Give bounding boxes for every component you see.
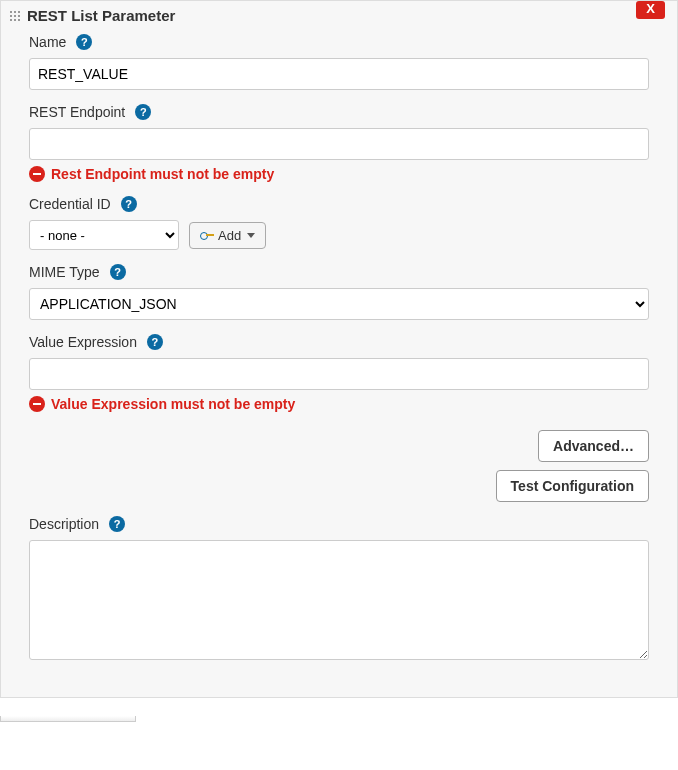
- value-expression-error-text: Value Expression must not be empty: [51, 396, 295, 412]
- credential-id-label: Credential ID: [29, 196, 111, 212]
- help-icon[interactable]: ?: [109, 516, 125, 532]
- help-icon[interactable]: ?: [147, 334, 163, 350]
- mime-type-select[interactable]: APPLICATION_JSON: [29, 288, 649, 320]
- error-icon: [29, 396, 45, 412]
- credential-id-controls: - none - Add: [29, 220, 649, 250]
- description-label-row: Description ?: [29, 516, 649, 532]
- value-expression-label: Value Expression: [29, 334, 137, 350]
- name-input[interactable]: [29, 58, 649, 90]
- advanced-button[interactable]: Advanced…: [538, 430, 649, 462]
- panel-content: Name ? REST Endpoint ? Rest Endpoint mus…: [1, 34, 677, 663]
- credential-id-field: Credential ID ? - none - Add: [29, 196, 649, 250]
- credential-id-label-row: Credential ID ?: [29, 196, 649, 212]
- description-label: Description: [29, 516, 99, 532]
- rest-endpoint-input[interactable]: [29, 128, 649, 160]
- help-icon[interactable]: ?: [76, 34, 92, 50]
- value-expression-field: Value Expression ? Value Expression must…: [29, 334, 649, 412]
- help-icon[interactable]: ?: [110, 264, 126, 280]
- panel-header: REST List Parameter: [1, 1, 677, 34]
- description-textarea[interactable]: [29, 540, 649, 660]
- key-icon: [200, 231, 214, 239]
- mime-type-label: MIME Type: [29, 264, 100, 280]
- test-configuration-button[interactable]: Test Configuration: [496, 470, 649, 502]
- add-credential-label: Add: [218, 228, 241, 243]
- value-expression-input[interactable]: [29, 358, 649, 390]
- collapsed-section-tab[interactable]: [0, 716, 136, 722]
- panel-title: REST List Parameter: [27, 7, 175, 24]
- rest-endpoint-label: REST Endpoint: [29, 104, 125, 120]
- drag-handle-icon[interactable]: [9, 10, 21, 22]
- help-icon[interactable]: ?: [121, 196, 137, 212]
- rest-endpoint-field: REST Endpoint ? Rest Endpoint must not b…: [29, 104, 649, 182]
- name-label-row: Name ?: [29, 34, 649, 50]
- name-field: Name ?: [29, 34, 649, 90]
- close-button[interactable]: X: [636, 1, 665, 19]
- error-icon: [29, 166, 45, 182]
- mime-type-label-row: MIME Type ?: [29, 264, 649, 280]
- rest-endpoint-label-row: REST Endpoint ?: [29, 104, 649, 120]
- rest-list-parameter-panel: X REST List Parameter Name ? REST Endpoi…: [0, 0, 678, 698]
- add-credential-button[interactable]: Add: [189, 222, 266, 249]
- action-buttons: Advanced… Test Configuration: [29, 430, 649, 502]
- mime-type-field: MIME Type ? APPLICATION_JSON: [29, 264, 649, 320]
- chevron-down-icon: [247, 233, 255, 238]
- name-label: Name: [29, 34, 66, 50]
- credential-id-select[interactable]: - none -: [29, 220, 179, 250]
- rest-endpoint-error-text: Rest Endpoint must not be empty: [51, 166, 274, 182]
- help-icon[interactable]: ?: [135, 104, 151, 120]
- rest-endpoint-error: Rest Endpoint must not be empty: [29, 166, 649, 182]
- description-field: Description ?: [29, 516, 649, 663]
- value-expression-label-row: Value Expression ?: [29, 334, 649, 350]
- value-expression-error: Value Expression must not be empty: [29, 396, 649, 412]
